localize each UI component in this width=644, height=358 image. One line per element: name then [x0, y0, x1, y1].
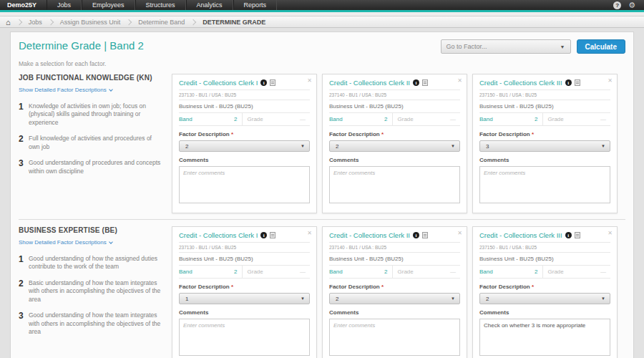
factor-description-select[interactable]: 1 ▼	[179, 293, 310, 304]
job-title-link[interactable]: Credit - Collections Clerk I	[179, 79, 258, 87]
factor-level-number: 2	[19, 279, 29, 304]
show-detailed-descriptions-link[interactable]: Show Detailed Factor Descriptions	[19, 87, 112, 93]
job-cards-row: ✕ Credit - Collections Clerk I i 237130 …	[172, 226, 618, 358]
job-id: 237140 - BU1 / USA : BU25	[329, 90, 460, 100]
chevron-down-icon	[109, 87, 113, 92]
band-value: 2	[384, 116, 387, 122]
nav-item-jobs[interactable]: Jobs	[47, 0, 82, 10]
info-icon[interactable]: i	[413, 232, 419, 238]
band-label: Band	[179, 268, 192, 275]
factor-description-select[interactable]: 2 ▼	[479, 293, 610, 304]
close-icon[interactable]: ✕	[608, 77, 613, 84]
breadcrumb-determine-grade: DETERMINE GRADE	[203, 19, 265, 26]
close-icon[interactable]: ✕	[307, 230, 312, 236]
notes-icon[interactable]	[270, 79, 275, 86]
nav-item-analytics[interactable]: Analytics	[186, 0, 233, 10]
comments-textarea[interactable]	[179, 166, 310, 203]
breadcrumb: ⌂ Jobs Assign Business Unit Determine Ba…	[0, 16, 644, 28]
caret-down-icon: ▼	[601, 296, 605, 301]
comments-textarea[interactable]: Check on whether 3 is more appropriate	[479, 319, 610, 356]
goto-factor-select[interactable]: Go to Factor... ▼	[441, 39, 571, 54]
grade-label: Grade	[398, 268, 414, 275]
job-title-link[interactable]: Credit - Collections Clerk I	[179, 231, 258, 239]
job-title-link[interactable]: Credit - Collections Clerk III	[479, 79, 562, 87]
chevron-down-icon	[109, 240, 113, 244]
nav-item-structures[interactable]: Structures	[135, 0, 186, 10]
factor-description-select[interactable]: 2 ▼	[329, 293, 460, 304]
brand-logo[interactable]: Demo25Y	[0, 1, 47, 9]
caret-down-icon: ▼	[301, 296, 305, 301]
info-icon[interactable]: i	[413, 79, 419, 86]
show-detailed-descriptions-link[interactable]: Show Detailed Factor Descriptions	[19, 239, 112, 246]
breadcrumb-assign-business-unit[interactable]: Assign Business Unit	[60, 19, 121, 26]
breadcrumb-jobs[interactable]: Jobs	[29, 19, 42, 26]
grade-value: —	[450, 116, 456, 122]
factor-level-text: Knowledge of activities in own job; focu…	[29, 102, 162, 127]
main-panel: Determine Grade | Band 2 Go to Factor...…	[10, 32, 634, 358]
band-grade-row: Band2 Grade—	[329, 113, 460, 126]
caret-down-icon: ▼	[301, 144, 305, 148]
breadcrumb-determine-band[interactable]: Determine Band	[138, 19, 185, 26]
breadcrumb-separator-icon	[16, 19, 21, 24]
close-icon[interactable]: ✕	[608, 230, 613, 236]
notes-icon[interactable]	[575, 79, 580, 86]
comments-label: Comments	[179, 157, 310, 163]
gear-icon[interactable]: ⚙	[628, 1, 635, 9]
nav-item-reports[interactable]: Reports	[233, 0, 278, 10]
comments-textarea[interactable]	[479, 166, 610, 203]
info-icon[interactable]: i	[565, 232, 572, 238]
notes-icon[interactable]	[422, 232, 428, 238]
band-label: Band	[179, 116, 192, 122]
job-title-link[interactable]: Credit - Collections Clerk III	[479, 231, 562, 239]
factor-description-label: Factor Description *	[329, 284, 460, 290]
comments-label: Comments	[479, 309, 610, 316]
band-grade-row: Band2 Grade—	[179, 113, 310, 126]
factor-description-value: 2	[336, 143, 338, 150]
factor-descriptions-column: BUSINESS EXPERTISE (BE) Show Detailed Fa…	[19, 226, 172, 358]
help-icon[interactable]: ?	[613, 1, 621, 9]
notes-icon[interactable]	[422, 79, 428, 86]
comments-label: Comments	[329, 157, 460, 163]
info-icon[interactable]: i	[260, 79, 267, 86]
factor-level-number: 1	[19, 102, 29, 127]
grade-label: Grade	[548, 268, 564, 275]
job-title-link[interactable]: Credit - Collections Clerk II	[329, 79, 410, 87]
page-subtitle: Make a selection for each factor.	[11, 54, 633, 67]
factor-level-number: 1	[19, 255, 29, 271]
info-icon[interactable]: i	[260, 232, 267, 238]
notes-icon[interactable]	[575, 232, 580, 238]
factor-level-number: 2	[19, 135, 29, 151]
close-icon[interactable]: ✕	[457, 77, 462, 84]
job-title-link[interactable]: Credit - Collections Clerk II	[329, 231, 410, 239]
comments-label: Comments	[179, 309, 310, 316]
factor-level-text: Good understanding of how the team integ…	[29, 311, 162, 336]
nav-item-employees[interactable]: Employees	[82, 0, 135, 10]
caret-down-icon: ▼	[601, 144, 605, 148]
business-unit: Business Unit - BU25 (BU25)	[329, 100, 460, 113]
factor-description-label: Factor Description *	[179, 131, 310, 137]
factor-description-select[interactable]: 3 ▼	[479, 140, 610, 152]
home-icon[interactable]: ⌂	[6, 19, 11, 26]
factor-description-select[interactable]: 2 ▼	[329, 140, 460, 152]
job-id: 237140 - BU1 / USA : BU25	[329, 243, 460, 253]
comments-textarea[interactable]	[179, 319, 310, 356]
business-unit: Business Unit - BU25 (BU25)	[329, 253, 460, 266]
factor-description-select[interactable]: 2 ▼	[179, 140, 310, 152]
grade-value: —	[300, 116, 306, 122]
info-icon[interactable]: i	[565, 79, 572, 86]
calculate-button[interactable]: Calculate	[577, 39, 625, 54]
close-icon[interactable]: ✕	[457, 230, 462, 236]
section-heading: JOB FUNCTIONAL KNOWLEDGE (KN)	[19, 74, 162, 82]
business-unit: Business Unit - BU25 (BU25)	[479, 253, 610, 266]
topbar-right: ? ⚙	[613, 1, 644, 9]
grade-value: —	[600, 116, 606, 122]
grade-label: Grade	[398, 116, 414, 122]
factor-description-label: Factor Description *	[479, 131, 610, 137]
comments-textarea[interactable]	[329, 166, 460, 203]
job-id: 237150 - BU1 / USA : BU25	[479, 90, 610, 100]
factor-level-text: Good understanding of how the assigned d…	[29, 255, 162, 271]
factor-description-value: 2	[185, 143, 188, 150]
notes-icon[interactable]	[270, 232, 275, 238]
comments-textarea[interactable]	[329, 319, 460, 356]
close-icon[interactable]: ✕	[307, 77, 312, 84]
